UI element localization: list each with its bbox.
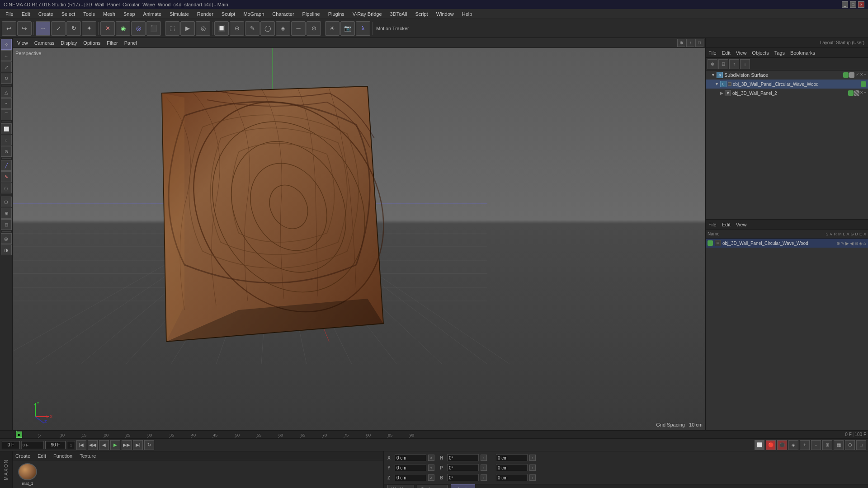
obj-vis-dot-3[interactable] [848, 90, 854, 96]
vp-expand-btn[interactable]: ⊕ [677, 39, 685, 47]
light-btn[interactable]: ☀ [325, 21, 340, 36]
obj-menu-bookmarks[interactable]: Bookmarks [790, 50, 815, 56]
vp-cam-btn[interactable]: ↑ [686, 39, 694, 47]
go-end-btn[interactable]: ▶| [133, 440, 143, 450]
move-tool[interactable]: ↔ [1, 50, 12, 61]
obj-menu-file[interactable]: File [708, 50, 717, 56]
paint-brush[interactable]: ✎ [1, 171, 12, 182]
eraser-tool[interactable]: ◌ [1, 183, 12, 193]
points-mode-btn[interactable]: ◉ [116, 21, 130, 36]
timeline-plus-btn[interactable]: + [800, 440, 810, 450]
uv-tool[interactable]: ⊞ [1, 208, 12, 219]
menu-animate[interactable]: Animate [140, 9, 165, 19]
y-pos-input[interactable] [395, 464, 426, 471]
size-z-icon[interactable]: ↕ [529, 474, 536, 481]
obj-tool-1[interactable]: ⊕ [708, 59, 717, 69]
scale-tool[interactable]: ⤢ [1, 61, 12, 72]
frame-start-indicator[interactable]: ■ [16, 432, 22, 438]
mat-menu-function[interactable]: Function [53, 453, 72, 459]
axis-btn[interactable]: ⊕ [230, 21, 244, 36]
y-pos-icon[interactable]: Y [428, 465, 434, 471]
h-size-icon[interactable]: ↕ [481, 455, 487, 461]
vp-menu-cameras[interactable]: Cameras [32, 39, 57, 47]
move-tool-btn[interactable]: ↔ [36, 21, 50, 36]
mat-menu-create[interactable]: Create [15, 453, 30, 459]
p-rot-input[interactable] [447, 464, 479, 471]
object-mode-btn[interactable]: ✕ [100, 21, 115, 36]
texture-tool[interactable]: ⬡ [1, 197, 12, 207]
size-z-input[interactable] [496, 474, 528, 481]
go-start-btn[interactable]: |◀ [76, 440, 86, 450]
menu-script[interactable]: Script [412, 9, 432, 19]
scale-tool-btn[interactable]: ⤢ [51, 21, 66, 36]
rotate-tool-btn[interactable]: ↻ [66, 21, 81, 36]
cylinder-tool[interactable]: ⊙ [1, 146, 12, 157]
menu-file[interactable]: File [2, 9, 17, 19]
obj-checker-dot-3[interactable] [854, 90, 859, 96]
size-y-input[interactable] [496, 464, 528, 471]
obj-row-subdivision[interactable]: ▼ S Subdivision Surface ✓ ✕ + [706, 70, 868, 80]
box-tool[interactable]: ⬜ [1, 123, 12, 134]
line-tool[interactable]: ╱ [1, 160, 12, 171]
curve-tool[interactable]: ⌒ [1, 109, 12, 120]
menu-tools[interactable]: Tools [80, 9, 99, 19]
paint-btn[interactable]: ✎ [245, 21, 259, 36]
menu-edit[interactable]: Edit [18, 9, 34, 19]
timeline-zoom-btn[interactable]: ⊞ [822, 440, 832, 450]
z-pos-icon[interactable]: Z [428, 474, 434, 481]
apply-button[interactable]: Apply [451, 484, 475, 488]
render-view-btn[interactable]: ▶ [180, 21, 195, 36]
render-region-btn[interactable]: ⬚ [165, 21, 179, 36]
obj-tool-4[interactable]: ↓ [740, 59, 750, 69]
menu-snap[interactable]: Snap [120, 9, 139, 19]
obj-menu-tags[interactable]: Tags [774, 50, 785, 56]
attr-selected-obj-row[interactable]: ⊞ obj_3D_Wall_Panel_Circular_Wave_Wood ⊕… [706, 239, 868, 248]
play-forward-btn[interactable]: ▶ [110, 440, 120, 450]
spline-tool[interactable]: ~ [1, 98, 12, 109]
obj-render-dot[interactable] [849, 72, 854, 78]
obj-vis-dot-2[interactable] [861, 81, 866, 87]
menu-simulate[interactable]: Simulate [166, 9, 193, 19]
vp-menu-view[interactable]: View [14, 39, 31, 47]
menu-vray[interactable]: V-Ray Bridge [349, 9, 386, 19]
redo-btn[interactable]: ↪ [17, 21, 32, 36]
sphere-tool[interactable]: ○ [1, 135, 12, 145]
magnet-tool[interactable]: ◑ [1, 244, 12, 255]
p-rot-icon[interactable]: ↕ [481, 465, 487, 471]
play-back-btn[interactable]: ◀ [99, 440, 109, 450]
undo-btn[interactable]: ↩ [2, 21, 16, 36]
x-pos-input[interactable] [395, 454, 426, 461]
obj-menu-view[interactable]: View [736, 50, 747, 56]
obj-row-wall-panel[interactable]: ▼ L obj_3D_Wall_Panel_Circular_Wave_Wood [706, 80, 868, 89]
edges-mode-btn[interactable]: ◎ [131, 21, 146, 36]
obj-vis-dot[interactable] [843, 72, 849, 78]
soft-sel[interactable]: ◎ [1, 233, 12, 244]
attr-menu-file[interactable]: File [708, 222, 717, 227]
timeline-extra2-btn[interactable]: □ [856, 440, 866, 450]
size-y-icon[interactable]: ↕ [529, 465, 536, 471]
h-size-input[interactable] [447, 454, 479, 461]
world-select[interactable]: World Object [387, 485, 414, 488]
z-pos-input[interactable] [395, 474, 426, 481]
obj-tool-2[interactable]: ⊟ [718, 59, 728, 69]
keyframe-btn[interactable]: ⬜ [755, 440, 764, 450]
loop-btn[interactable]: ↻ [144, 440, 154, 450]
attr-menu-view[interactable]: View [736, 222, 747, 227]
prev-frame-btn[interactable]: ◀◀ [88, 440, 98, 450]
poly-pen-btn[interactable]: ◈ [276, 21, 290, 36]
obj-manager-content[interactable]: ▼ S Subdivision Surface ✓ ✕ + ▼ L [706, 70, 868, 219]
transform-tool-btn[interactable]: ✦ [82, 21, 96, 36]
material-item-mat1[interactable]: mat_1 [16, 463, 39, 486]
poly-mode-btn[interactable]: ⬛ [146, 21, 161, 36]
rotate-tool[interactable]: ↻ [1, 73, 12, 84]
scale-select[interactable]: Scale Absolute [417, 485, 448, 488]
weight-tool[interactable]: ⊟ [1, 219, 12, 230]
vp-menu-panel[interactable]: Panel [122, 39, 140, 47]
window-controls[interactable]: _ □ × [842, 1, 864, 8]
menu-sculpt[interactable]: Sculpt [218, 9, 239, 19]
camera-btn[interactable]: 📷 [340, 21, 355, 36]
menu-render[interactable]: Render [193, 9, 217, 19]
vp-menu-filter[interactable]: Filter [104, 39, 120, 47]
menu-help[interactable]: Help [458, 9, 476, 19]
loop-sel-btn[interactable]: ─ [291, 21, 306, 36]
